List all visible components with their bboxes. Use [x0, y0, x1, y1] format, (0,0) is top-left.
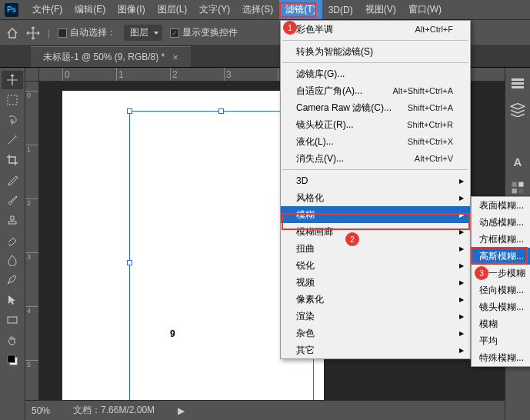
filter-other[interactable]: 其它 — [281, 342, 470, 358]
blur-basic[interactable]: 模糊 — [472, 315, 530, 332]
char-icon[interactable]: A — [510, 154, 525, 169]
separator — [282, 40, 468, 41]
filter-noise[interactable]: 杂色 — [281, 325, 470, 342]
home-icon[interactable] — [6, 27, 18, 39]
brush-tool[interactable] — [2, 191, 23, 209]
layers-icon[interactable] — [510, 102, 525, 117]
eyedropper-tool[interactable] — [2, 171, 23, 189]
annotation-1: 1 — [283, 21, 297, 35]
lasso-tool[interactable] — [2, 111, 23, 129]
svg-rect-5 — [512, 182, 517, 187]
filter-blur-gallery[interactable]: 模糊画廊 — [281, 223, 470, 240]
menu-window[interactable]: 窗口(W) — [402, 0, 448, 19]
filter-distort[interactable]: 扭曲 — [281, 240, 470, 257]
blur-submenu: 表面模糊... 动感模糊... 方框模糊... 高斯模糊... 进一步模糊 径向… — [471, 196, 530, 367]
svg-rect-7 — [512, 188, 517, 193]
blur-surface[interactable]: 表面模糊... — [472, 197, 530, 214]
menu-image[interactable]: 图像(I) — [112, 0, 151, 19]
filter-liquify[interactable]: 液化(L)...Shift+Ctrl+X — [281, 133, 470, 150]
pen-tool[interactable] — [2, 271, 23, 289]
menu-edit[interactable]: 编辑(E) — [68, 0, 112, 19]
blur-special[interactable]: 特殊模糊... — [472, 349, 530, 366]
filter-vanish[interactable]: 消失点(V)...Alt+Ctrl+V — [281, 150, 470, 167]
blur-gaussian[interactable]: 高斯模糊... — [472, 248, 530, 265]
doc-size: 文档：7.66M/2.00M — [73, 404, 155, 417]
toolbox — [0, 68, 25, 420]
filter-style[interactable]: 风格化 — [281, 189, 470, 206]
filter-menu: 彩色半调Alt+Ctrl+F 转换为智能滤镜(S) 滤镜库(G)... 自适应广… — [280, 20, 471, 359]
filter-gallery[interactable]: 滤镜库(G)... — [281, 65, 470, 82]
menu-file[interactable]: 文件(F) — [26, 0, 68, 19]
filter-smart[interactable]: 转换为智能滤镜(S) — [281, 43, 470, 60]
rectangle-tool[interactable] — [2, 311, 23, 329]
move-tool-icon — [26, 26, 40, 40]
svg-rect-8 — [518, 188, 523, 193]
crop-tool[interactable] — [2, 151, 23, 169]
filter-retry[interactable]: 彩色半调Alt+Ctrl+F — [281, 21, 470, 38]
blur-tool[interactable] — [2, 251, 23, 269]
swatches-icon[interactable] — [510, 180, 525, 195]
menu-filter[interactable]: 滤镜(T) — [279, 0, 322, 19]
filter-video[interactable]: 视频 — [281, 274, 470, 291]
filter-pixel[interactable]: 像素化 — [281, 291, 470, 308]
ruler-vertical: 0 1 2 3 4 5 — [25, 82, 39, 400]
show-transform-check[interactable]: ✓显示变换控件 — [170, 26, 238, 39]
blur-box[interactable]: 方框模糊... — [472, 231, 530, 248]
menu-type[interactable]: 文字(Y) — [193, 0, 236, 19]
auto-select-check[interactable]: 自动选择： — [58, 26, 116, 39]
separator — [282, 169, 468, 170]
move-tool[interactable] — [2, 71, 23, 89]
filter-blur[interactable]: 模糊 — [281, 206, 470, 223]
handle-t[interactable] — [218, 108, 224, 114]
filter-lens[interactable]: 镜头校正(R)...Shift+Ctrl+R — [281, 116, 470, 133]
menu-select[interactable]: 选择(S) — [236, 0, 279, 19]
ps-logo: Ps — [5, 3, 18, 17]
ruler-corner — [25, 68, 39, 82]
annotation-3: 3 — [475, 266, 488, 280]
separator — [282, 62, 468, 63]
wand-tool[interactable] — [2, 131, 23, 149]
eraser-tool[interactable] — [2, 231, 23, 249]
menu-layer[interactable]: 图层(L) — [152, 0, 194, 19]
blur-radial[interactable]: 径向模糊... — [472, 282, 530, 298]
path-select-tool[interactable] — [2, 291, 23, 309]
hand-tool[interactable] — [2, 331, 23, 349]
document-tab[interactable]: 未标题-1 @ 50% (9, RGB/8) * × — [31, 46, 191, 67]
handle-l[interactable] — [127, 260, 132, 265]
menubar: Ps 文件(F) 编辑(E) 图像(I) 图层(L) 文字(Y) 选择(S) 滤… — [0, 0, 530, 20]
zoom-level[interactable]: 50% — [32, 405, 50, 416]
menu-view[interactable]: 视图(V) — [359, 0, 402, 19]
blur-motion[interactable]: 动感模糊... — [472, 214, 530, 231]
handle-tl[interactable] — [127, 108, 132, 114]
tab-close-icon[interactable]: × — [172, 52, 178, 63]
marquee-tool[interactable] — [2, 91, 23, 109]
filter-adaptive[interactable]: 自适应广角(A)...Alt+Shift+Ctrl+A — [281, 82, 470, 99]
filter-raw[interactable]: Camera Raw 滤镜(C)...Shift+Ctrl+A — [281, 99, 470, 116]
layer-dropdown[interactable]: 图层 — [124, 25, 162, 41]
menu-3d[interactable]: 3D(D) — [322, 2, 359, 18]
tab-title: 未标题-1 @ 50% (9, RGB/8) * — [43, 51, 165, 64]
filter-sharpen[interactable]: 锐化 — [281, 257, 470, 274]
status-bar: 50% 文档：7.66M/2.00M ▶ — [25, 400, 505, 420]
svg-rect-3 — [8, 355, 15, 363]
blur-avg[interactable]: 平均 — [472, 332, 530, 349]
stamp-tool[interactable] — [2, 211, 23, 229]
svg-rect-6 — [518, 182, 523, 187]
blur-lens[interactable]: 镜头模糊... — [472, 298, 530, 315]
color-swatch[interactable] — [2, 351, 23, 369]
svg-rect-0 — [8, 95, 17, 105]
filter-render[interactable]: 渲染 — [281, 308, 470, 325]
annotation-2: 2 — [345, 232, 359, 246]
history-icon[interactable] — [510, 75, 525, 91]
svg-rect-1 — [8, 317, 17, 323]
chevron-right-icon[interactable]: ▶ — [178, 405, 185, 416]
filter-3d[interactable]: 3D — [281, 172, 470, 189]
